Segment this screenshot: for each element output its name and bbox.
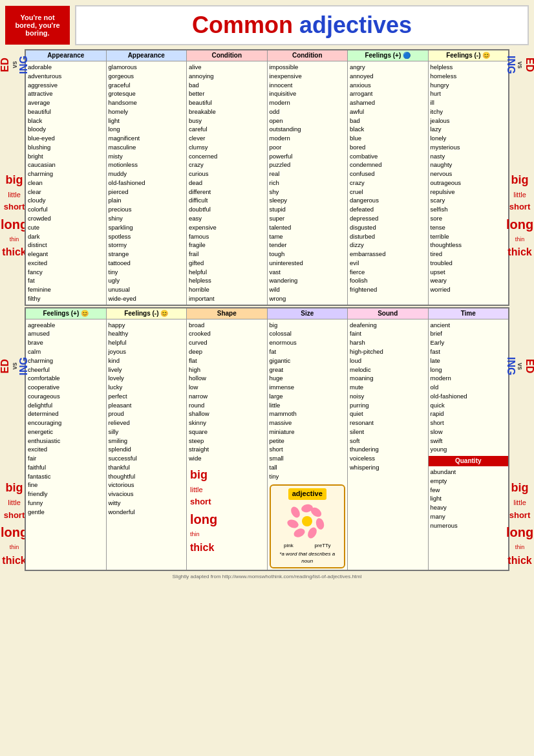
col-feelings-pos-2: Feelings (+) 😊 agreeable amused brave ca… xyxy=(26,308,107,570)
item: mammoth xyxy=(270,409,346,418)
item: attractive xyxy=(28,89,104,98)
item: depressed xyxy=(350,214,426,223)
item: skinny xyxy=(189,418,265,427)
item: slow xyxy=(431,427,507,437)
left-ed-bottom: ED xyxy=(0,359,11,373)
item: immense xyxy=(270,383,346,392)
item: sparkling xyxy=(109,223,185,232)
item: high-pitched xyxy=(350,347,426,356)
item: concerned xyxy=(189,152,265,161)
size-thin-left-b: thin xyxy=(10,543,19,552)
item: elegant xyxy=(28,250,104,259)
item: dizzy xyxy=(350,241,426,250)
item: quick xyxy=(431,401,507,410)
item: tame xyxy=(270,232,346,241)
left-vs-top: vs xyxy=(11,61,18,69)
item: whispering xyxy=(350,463,426,472)
item: witty xyxy=(109,499,185,508)
item: little xyxy=(270,401,346,410)
item: silly xyxy=(109,427,185,437)
item: arrogant xyxy=(350,89,426,98)
size-long-right: long xyxy=(506,214,533,235)
item: charming xyxy=(28,169,104,178)
col-header-appearance-1: Appearance xyxy=(26,50,106,61)
item: strange xyxy=(109,250,185,259)
item: bad xyxy=(350,116,426,125)
col-condition-2: Condition impossible inexpensive innocen… xyxy=(268,50,348,305)
item: proud xyxy=(109,409,185,418)
col-shape: Shape broad crooked curved deep flat hig… xyxy=(187,308,268,570)
item: tattooed xyxy=(109,259,185,268)
item: sleepy xyxy=(270,196,346,205)
item: deep xyxy=(189,347,265,356)
item: old-fashioned xyxy=(431,392,507,401)
item: brief xyxy=(431,329,507,338)
item: condemned xyxy=(350,160,426,169)
petal xyxy=(286,518,300,529)
size-big-right: big xyxy=(511,171,529,189)
item: splendid xyxy=(109,445,185,454)
col-feelings-neg: Feelings (-) 😊 helpless homeless hungry … xyxy=(429,50,509,305)
item: nervous xyxy=(431,169,507,178)
item: great xyxy=(270,365,346,374)
item: fat xyxy=(270,347,346,356)
footer: Slightly adapted from http://www.momswho… xyxy=(5,574,529,579)
item: scary xyxy=(431,196,507,205)
item: naughty xyxy=(431,160,507,169)
item: many xyxy=(431,512,507,521)
item: purring xyxy=(350,401,426,410)
item: expensive xyxy=(189,223,265,232)
item: repulsive xyxy=(431,188,507,197)
col-header-condition-1: Condition xyxy=(187,50,267,61)
size-little-right: little xyxy=(513,189,526,201)
item: hollow xyxy=(189,374,265,383)
col-header-feelings-neg: Feelings (-) 😊 xyxy=(429,50,509,61)
item: crazy xyxy=(350,178,426,188)
col-header-feelings-pos-2: Feelings (+) 😊 xyxy=(26,308,106,319)
size-long-left-b: long xyxy=(1,522,28,543)
item: swift xyxy=(431,437,507,446)
item: wild xyxy=(270,285,346,294)
item: round xyxy=(189,401,265,410)
item: busy xyxy=(189,116,265,125)
size-thick-right-b: thick xyxy=(507,552,531,569)
item: deafening xyxy=(350,321,426,330)
item: impossible xyxy=(270,63,346,72)
item: hurt xyxy=(431,89,507,98)
item: easy xyxy=(189,214,265,223)
item: mysterious xyxy=(431,143,507,152)
left-sidebar: ING vs ED big little short long thin thi… xyxy=(5,49,23,571)
header: You're not bored, you're boring. Common … xyxy=(5,5,529,45)
item: pleasant xyxy=(109,401,185,410)
item: steep xyxy=(189,437,265,446)
item: uninterested xyxy=(270,259,346,268)
item: thoughtless xyxy=(431,241,507,250)
item: faint xyxy=(350,329,426,338)
item: wide-eyed xyxy=(109,294,185,303)
item: worried xyxy=(431,285,507,294)
item: late xyxy=(431,356,507,365)
item: confused xyxy=(350,169,426,178)
item: abundant xyxy=(431,468,507,477)
item: crooked xyxy=(189,329,265,338)
item: comfortable xyxy=(28,374,104,383)
item: fine xyxy=(28,481,104,490)
item: bloody xyxy=(28,125,104,134)
item: wonderful xyxy=(109,508,185,517)
item: distinct xyxy=(28,241,104,250)
item: glamorous xyxy=(109,63,185,72)
item: upset xyxy=(431,268,507,277)
col-header-time: Time xyxy=(429,308,509,319)
col-header-sound: Sound xyxy=(348,308,428,319)
item: rapid xyxy=(431,409,507,418)
item: black xyxy=(28,116,104,125)
item: unusual xyxy=(109,285,185,294)
item: perfect xyxy=(109,392,185,401)
item: gentle xyxy=(28,508,104,517)
col-header-quantity: Quantity xyxy=(429,456,509,466)
right-size-bottom: big little short long thin thick xyxy=(506,479,533,568)
item: resonant xyxy=(350,418,426,427)
item: vast xyxy=(270,268,346,277)
right-ing-bottom: ING xyxy=(505,357,517,375)
size-thin-right: thin xyxy=(515,235,525,244)
